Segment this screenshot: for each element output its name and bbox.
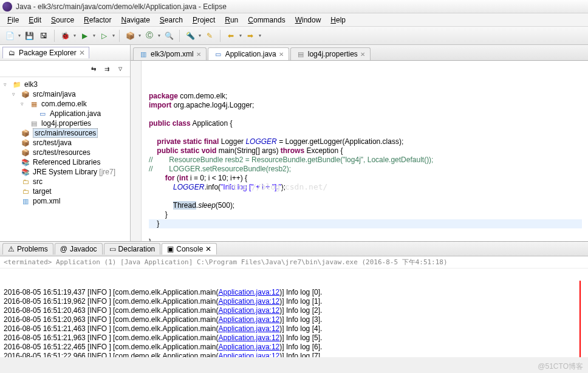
tab-console[interactable]: ▣Console ✕ [162,243,217,255]
close-icon[interactable]: ✕ [79,49,85,57]
stack-link[interactable]: Application.java:12 [219,343,280,351]
menu-source[interactable]: Source [46,16,79,24]
project-root[interactable]: ▿ elk3 [4,80,126,89]
stack-link[interactable]: Application.java:12 [219,352,280,357]
tree-item[interactable]: src/test/java [4,138,126,148]
menu-edit[interactable]: Edit [24,16,46,24]
stack-link[interactable]: Application.java:12 [219,288,280,296]
menu-refactor[interactable]: Refactor [79,16,116,24]
javadoc-icon: @ [60,245,67,253]
menubar[interactable]: FileEditSourceRefactorNavigateSearchProj… [0,13,588,27]
pkg-src-icon [21,129,30,137]
link-editor-icon[interactable]: ⇉ [101,63,113,75]
jre-icon [21,168,30,176]
new-package-icon[interactable]: 📦 [124,30,136,42]
tree-item[interactable]: log4j.properties [4,118,126,128]
menu-help[interactable]: Help [326,16,350,24]
xml-icon [138,50,148,58]
folder-icon [21,187,30,196]
file-icon [296,50,306,58]
save-icon[interactable]: 💾 [23,30,35,42]
console-header: <terminated> Application (1) [Java Appli… [0,256,588,269]
stack-link[interactable]: Application.java:12 [219,297,280,306]
code-editor[interactable]: package com.demo.elk; import org.apache.… [131,61,588,241]
back-icon[interactable]: ⬅ [225,30,237,42]
pkg-src-icon [21,90,30,98]
menu-window[interactable]: Window [290,16,326,24]
view-menu-icon[interactable]: ▽ [114,63,126,75]
console-output[interactable]: 2016-08-05 16:51:19,437 [INFO ] [com.dem… [0,269,588,357]
tree-item[interactable]: target [4,187,126,196]
close-icon[interactable]: ✕ [360,51,365,58]
tree-item[interactable]: ▿src/main/java [4,89,126,99]
pkg-src-icon [21,139,30,147]
stack-link[interactable]: Application.java:12 [219,324,280,333]
save-all-icon[interactable]: 🖫 [38,30,50,42]
close-icon[interactable]: ✕ [196,51,201,58]
tab-declaration[interactable]: ▭Declaration [104,243,161,255]
run-icon[interactable]: ▶ [78,30,91,42]
folder-icon [21,177,30,186]
forward-icon[interactable]: ➡ [244,30,256,42]
menu-commands[interactable]: Commands [243,16,290,24]
stack-link[interactable]: Application.java:12 [219,334,280,342]
tree-item[interactable]: src/main/resources [4,128,126,138]
tab-problems[interactable]: ⚠Problems [2,243,53,255]
java-icon [213,50,223,58]
java-icon [38,109,47,118]
stack-link[interactable]: Application.java:12 [219,315,280,324]
stack-link[interactable]: Application.java:12 [219,306,280,315]
debug-icon[interactable]: 🐞 [59,30,71,42]
menu-run[interactable]: Run [220,16,243,24]
editor-tab[interactable]: elk3/pom.xml✕ [133,47,207,60]
close-icon[interactable]: ✕ [205,245,211,253]
run-last-icon[interactable]: ▷ [98,30,110,42]
tab-javadoc[interactable]: @Javadoc [55,243,103,255]
lib-icon [21,158,30,166]
pkg-icon [29,100,39,108]
tree-item[interactable]: ▿com.demo.elk [4,99,126,109]
collapse-all-icon[interactable]: ⇆ [87,63,100,75]
package-explorer-icon: 🗂 [7,49,16,57]
editor-tabs: elk3/pom.xml✕Application.java✕log4j.prop… [131,45,588,61]
tree-item[interactable]: JRE System Library [jre7] [4,167,126,177]
pkg-src-icon [21,148,30,157]
console-icon: ▣ [167,245,174,253]
search-icon[interactable]: 🔦 [184,30,196,42]
tree-item[interactable]: Referenced Libraries [4,157,126,167]
toolbar: 📄▾ 💾 🖫 🐞▾ ▶▾ ▷▾ 📦▾ Ⓒ▾ 🔍 🔦▾ ✎ ⬅▾ ➡▾ [0,27,588,45]
menu-navigate[interactable]: Navigate [116,16,154,24]
menu-file[interactable]: File [2,16,24,24]
open-type-icon[interactable]: 🔍 [163,30,175,42]
file-icon [29,119,39,128]
xml-icon [21,197,30,205]
package-explorer: 🗂 Package Explorer ✕ ⇆ ⇉ ▽ ▿ elk3 ▿src/m… [0,45,131,241]
tree-item[interactable]: pom.xml [4,196,126,206]
bottom-tabs: ⚠Problems@Javadoc▭Declaration▣Console ✕ [0,242,588,256]
declaration-icon: ▭ [109,245,116,253]
tree-item[interactable]: src [4,177,126,187]
problems-icon: ⚠ [8,245,15,253]
watermark-credit: @51CTO博客 [538,361,583,372]
annotation-arrow [579,281,581,357]
project-icon [12,80,22,89]
tree-item[interactable]: Application.java [4,109,126,118]
project-tree[interactable]: ▿ elk3 ▿src/main/java▿com.demo.elkApplic… [0,77,130,241]
menu-search[interactable]: Search [155,16,188,24]
editor-tab[interactable]: log4j.properties✕ [290,47,371,60]
titlebar: Java - elk3/src/main/java/com/demo/elk/A… [0,0,588,13]
new-class-icon[interactable]: Ⓒ [143,30,156,42]
window-title: Java - elk3/src/main/java/com/demo/elk/A… [16,2,227,11]
eclipse-icon [2,2,12,12]
toggle-mark-icon[interactable]: ✎ [203,30,216,42]
close-icon[interactable]: ✕ [279,51,284,58]
menu-project[interactable]: Project [188,16,220,24]
editor-tab[interactable]: Application.java✕ [208,47,289,60]
tree-item[interactable]: src/test/resources [4,148,126,157]
new-icon[interactable]: 📄 [4,30,16,42]
package-explorer-tab[interactable]: 🗂 Package Explorer ✕ [2,47,89,58]
